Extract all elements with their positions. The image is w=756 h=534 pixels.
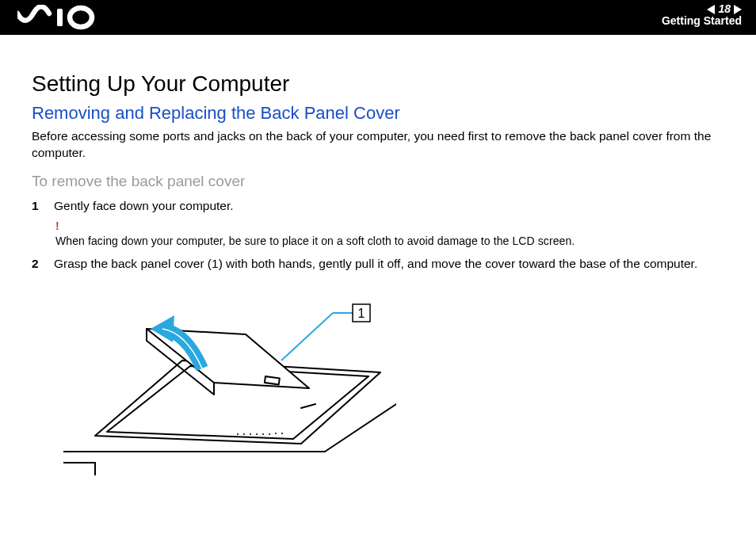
svg-point-12 xyxy=(262,433,264,435)
step-number: 2 xyxy=(32,256,43,273)
svg-line-17 xyxy=(281,313,333,360)
intro-paragraph: Before accessing some ports and jacks on… xyxy=(32,128,732,162)
svg-point-9 xyxy=(243,433,245,435)
svg-point-11 xyxy=(256,433,258,435)
svg-point-14 xyxy=(275,433,277,434)
step-row: 2 Grasp the back panel cover (1) with bo… xyxy=(32,256,732,273)
page-content: Setting Up Your Computer Removing and Re… xyxy=(0,35,756,479)
svg-rect-0 xyxy=(57,9,63,26)
svg-point-10 xyxy=(250,433,251,435)
svg-point-8 xyxy=(237,433,239,435)
page-title: Setting Up Your Computer xyxy=(32,71,732,97)
warning-block: ! When facing down your computer, be sur… xyxy=(55,219,732,248)
warning-text: When facing down your computer, be sure … xyxy=(55,235,575,247)
warning-mark-icon: ! xyxy=(55,219,732,232)
step-text: Grasp the back panel cover (1) with both… xyxy=(54,256,697,273)
step-row: 1 Gently face down your computer. xyxy=(32,198,732,215)
section-title: Removing and Replacing the Back Panel Co… xyxy=(32,103,732,124)
sub-title: To remove the back panel cover xyxy=(32,173,732,190)
svg-point-15 xyxy=(281,433,283,434)
vaio-logo xyxy=(17,5,105,30)
nav-prev-icon[interactable] xyxy=(707,5,715,14)
figure-callout-number: 1 xyxy=(358,307,365,320)
step-text: Gently face down your computer. xyxy=(54,198,234,215)
figure-callout xyxy=(281,313,353,360)
header-section-label: Getting Started xyxy=(662,15,742,27)
back-panel-figure: 1 xyxy=(63,285,396,475)
svg-point-1 xyxy=(70,8,92,27)
nav-next-icon[interactable] xyxy=(734,5,742,14)
svg-line-7 xyxy=(301,404,315,408)
header-bar: 18 Getting Started xyxy=(0,0,756,35)
svg-line-3 xyxy=(325,404,396,452)
svg-point-13 xyxy=(269,433,270,435)
step-number: 1 xyxy=(32,198,43,215)
page-number: 18 xyxy=(718,3,731,15)
